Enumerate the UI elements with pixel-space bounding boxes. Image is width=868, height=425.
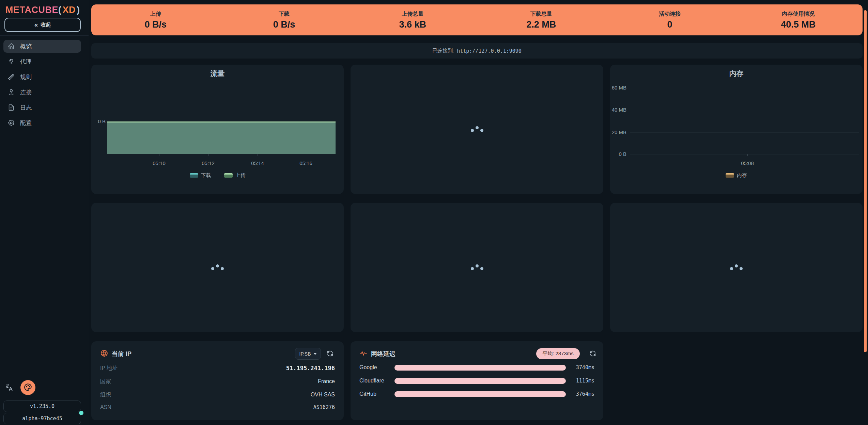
collapse-label: 收起 [41, 22, 51, 28]
gridline [630, 110, 859, 110]
x-tick-label: 05:16 [299, 160, 312, 166]
network-latency-title: 网络延迟 [371, 350, 396, 358]
gridline [630, 132, 859, 133]
sidebar-item-label: 配置 [20, 119, 32, 127]
sidebar-item-label: 日志 [20, 104, 32, 112]
loading-card [351, 65, 603, 194]
loading-dots-icon [211, 266, 224, 269]
memory-y-tick-label: 0 B [611, 151, 626, 157]
stat-label: 活动连接 [605, 11, 734, 18]
legend-label: 上传 [235, 172, 246, 179]
traffic-legend: 下载 上传 [91, 172, 344, 179]
stat-upload-total: 上传总量3.6 kB [348, 10, 477, 30]
site-label: Cloudflare [359, 378, 394, 384]
site-label: GitHub [359, 391, 394, 397]
logo-paren-open: ( [58, 5, 62, 15]
chevron-down-icon [313, 353, 317, 355]
site-label: Google [359, 364, 394, 371]
stat-label: 下载总量 [477, 11, 605, 18]
memory-y-tick-label: 60 MB [611, 85, 626, 91]
update-indicator-dot [79, 411, 83, 415]
x-axis-tick [747, 154, 748, 156]
refresh-ip-button[interactable] [326, 350, 334, 357]
ip-row-asn: ASN AS16276 [100, 404, 335, 411]
download-swatch-icon [190, 173, 198, 178]
sidebar-item-config[interactable]: 配置 [3, 116, 81, 129]
latency-bar [394, 378, 566, 384]
current-ip-title: 当前 IP [112, 350, 131, 358]
sidebar-item-logs[interactable]: 日志 [3, 101, 81, 114]
stat-value: 2.2 MB [477, 19, 605, 30]
x-tick-label: 05:14 [251, 160, 264, 166]
refresh-icon [589, 353, 596, 358]
sidebar-item-label: 概览 [20, 43, 32, 50]
loading-dots-icon [471, 128, 483, 131]
gridline [630, 88, 859, 88]
network-latency-card: 网络延迟 平均: 2873ms Google 3740ms Cloudflare… [351, 341, 603, 420]
connection-status-bar: 已连接到: http://127.0.0.1:9090 [91, 43, 863, 59]
legend-item-memory: 内存 [726, 172, 747, 179]
sidebar-divider [0, 35, 89, 36]
row-value: OVH SAS [311, 392, 335, 398]
sidebar-item-proxies[interactable]: 代理 [3, 55, 81, 68]
memory-chart-card: 内存 60 MB 40 MB 20 MB 0 B 05:08 内存 [610, 65, 863, 194]
stat-download: 下载0 B/s [220, 10, 348, 30]
x-axis-tick [107, 154, 107, 156]
latency-value: 1115ms [566, 378, 594, 384]
memory-chart-title: 内存 [610, 69, 863, 78]
latency-row-github: GitHub 3764ms [359, 390, 594, 398]
sidebar-footer-icons [5, 380, 84, 395]
current-ip-card: 当前 IP IP.SB IP 地址 51.195.241.196 国家 Fran… [91, 341, 344, 420]
ip-row-organization: 组织 OVH SAS [100, 391, 335, 398]
stat-value: 0 [605, 19, 734, 30]
stat-memory-usage: 内存使用情况40.5 MB [734, 10, 863, 30]
connection-url: http://127.0.0.1:9090 [457, 48, 522, 54]
version-text: v1.235.0 [30, 403, 55, 409]
latency-bar [394, 365, 566, 371]
latency-bar [394, 391, 566, 397]
x-axis-tick [208, 154, 208, 156]
refresh-icon [326, 353, 334, 358]
home-icon [7, 43, 15, 50]
sidebar-item-connections[interactable]: 连接 [3, 86, 81, 99]
gear-icon [7, 119, 15, 127]
ip-provider-select[interactable]: IP.SB [295, 348, 321, 360]
stat-label: 内存使用情况 [734, 11, 863, 18]
sidebar-item-overview[interactable]: 概览 [3, 40, 81, 53]
language-icon[interactable] [5, 383, 14, 392]
scrollbar-thumb[interactable] [864, 10, 867, 352]
traffic-area-series [107, 121, 336, 154]
globe-icon [100, 349, 108, 357]
loading-dots-icon [730, 266, 743, 269]
latency-row-google: Google 3740ms [359, 364, 594, 371]
memory-legend: 内存 [610, 172, 863, 179]
connection-prefix: 已连接到: [432, 48, 454, 54]
x-tick-label: 05:12 [202, 160, 215, 166]
latency-value: 3740ms [566, 364, 594, 371]
logo-brand-text: METACUBE [5, 5, 58, 15]
loading-dots-icon [471, 266, 483, 269]
traffic-chart-card: 流量 0 B 05:10 05:12 05:14 05:16 下载 上传 [91, 65, 344, 194]
sidebar-collapse-button[interactable]: « 收起 [4, 18, 81, 32]
refresh-latency-button[interactable] [589, 350, 596, 357]
row-label: ASN [100, 404, 111, 410]
legend-label: 内存 [737, 172, 747, 179]
row-value: 51.195.241.196 [286, 365, 335, 372]
legend-label: 下载 [201, 172, 211, 179]
stat-label: 上传 [91, 11, 220, 18]
row-label: 组织 [100, 391, 111, 398]
stat-label: 上传总量 [348, 11, 477, 18]
row-value: AS16276 [313, 404, 335, 410]
x-tick-label: 05:08 [741, 160, 754, 166]
average-latency-badge: 平均: 2873ms [536, 348, 580, 359]
memory-y-tick-label: 20 MB [611, 129, 626, 135]
memory-swatch-icon [726, 173, 734, 178]
logo-paren-close: ) [77, 5, 80, 15]
traffic-y-tick-label: 0 B [93, 118, 106, 124]
theme-palette-button[interactable] [20, 380, 35, 395]
stat-upload: 上传0 B/s [91, 10, 220, 30]
stat-label: 下载 [220, 11, 348, 18]
loading-card [610, 203, 863, 332]
sidebar-item-label: 连接 [20, 88, 32, 96]
sidebar-item-rules[interactable]: 规则 [3, 70, 81, 83]
